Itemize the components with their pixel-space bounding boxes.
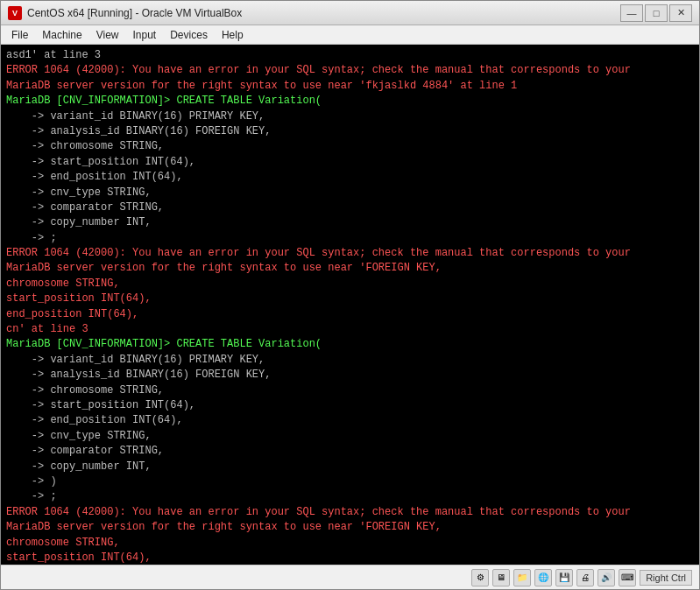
window-controls: — □ ✕ xyxy=(620,4,692,22)
status-icon-8[interactable]: ⌨ xyxy=(619,569,636,586)
terminal-line: start_position INT(64), xyxy=(6,291,694,306)
terminal-line: MariaDB server version for the right syn… xyxy=(6,261,694,276)
status-icon-3[interactable]: 📁 xyxy=(513,569,531,586)
status-icon-7[interactable]: 🔊 xyxy=(597,569,615,586)
menu-view[interactable]: View xyxy=(89,27,126,43)
status-icon-4[interactable]: 🌐 xyxy=(534,569,552,586)
terminal-line: ERROR 1064 (42000): You have an error in… xyxy=(6,246,694,261)
minimize-button[interactable]: — xyxy=(620,4,643,22)
terminal-line: -> chromosome STRING, xyxy=(6,383,694,398)
status-icon-1[interactable]: ⚙ xyxy=(471,569,489,586)
terminal-line: -> chromosome STRING, xyxy=(6,139,694,154)
terminal-output[interactable]: asd1' at line 3ERROR 1064 (42000): You h… xyxy=(1,45,699,565)
terminal-line: ERROR 1064 (42000): You have an error in… xyxy=(6,63,694,78)
status-icon-6[interactable]: 🖨 xyxy=(576,569,594,586)
terminal-line: -> variant_id BINARY(16) PRIMARY KEY, xyxy=(6,109,694,124)
terminal-line: -> analysis_id BINARY(16) FOREIGN KEY, xyxy=(6,368,694,383)
terminal-line: MariaDB [CNV_INFORMATION]> CREATE TABLE … xyxy=(6,94,694,109)
menu-bar: File Machine View Input Devices Help xyxy=(1,25,699,45)
menu-input[interactable]: Input xyxy=(126,27,164,43)
terminal-line: -> variant_id BINARY(16) PRIMARY KEY, xyxy=(6,353,694,368)
terminal-line: cn' at line 3 xyxy=(6,322,694,337)
terminal-line: end_position INT(64), xyxy=(6,307,694,322)
terminal-line: -> end_position INT(64), xyxy=(6,170,694,185)
status-bar: ⚙ 🖥 📁 🌐 💾 🖨 🔊 ⌨ Right Ctrl xyxy=(1,565,699,589)
title-bar: V CentOS x64 [Running] - Oracle VM Virtu… xyxy=(1,1,699,25)
menu-help[interactable]: Help xyxy=(215,27,251,43)
menu-machine[interactable]: Machine xyxy=(35,27,88,43)
terminal-line: -> copy_number INT, xyxy=(6,460,694,474)
terminal-line: asd1' at line 3 xyxy=(6,48,694,63)
status-icon-5[interactable]: 💾 xyxy=(555,569,573,586)
terminal-line: chromosome STRING, xyxy=(6,277,694,291)
menu-file[interactable]: File xyxy=(4,27,35,43)
window-title: CentOS x64 [Running] - Oracle VM Virtual… xyxy=(27,7,620,19)
terminal-line: -> analysis_id BINARY(16) FOREIGN KEY, xyxy=(6,124,694,139)
terminal-line: -> ) xyxy=(6,474,694,489)
terminal-line: chromosome STRING, xyxy=(6,536,694,551)
terminal-line: -> ; xyxy=(6,231,694,246)
terminal-line: MariaDB [CNV_INFORMATION]> CREATE TABLE … xyxy=(6,337,694,352)
close-button[interactable]: ✕ xyxy=(669,4,692,22)
terminal-line: -> ; xyxy=(6,489,694,504)
terminal-line: -> copy_number INT, xyxy=(6,215,694,230)
terminal-line: -> comparator STRING, xyxy=(6,200,694,215)
terminal-line: -> end_position INT(64), xyxy=(6,413,694,428)
terminal-line: MariaDB server version for the right syn… xyxy=(6,79,694,94)
terminal-line: -> start_position INT(64), xyxy=(6,398,694,413)
maximize-button[interactable]: □ xyxy=(645,4,668,22)
status-icon-2[interactable]: 🖥 xyxy=(492,569,510,586)
terminal-line: start_position INT(64), xyxy=(6,551,694,565)
terminal-line: -> start_position INT(64), xyxy=(6,155,694,170)
menu-devices[interactable]: Devices xyxy=(163,27,215,43)
terminal-line: ERROR 1064 (42000): You have an error in… xyxy=(6,505,694,520)
app-icon-letter: V xyxy=(12,9,18,18)
app-icon: V xyxy=(8,6,22,20)
terminal-line: MariaDB server version for the right syn… xyxy=(6,520,694,535)
virtualbox-window: V CentOS x64 [Running] - Oracle VM Virtu… xyxy=(0,0,700,590)
terminal-line: -> comparator STRING, xyxy=(6,444,694,459)
terminal-line: -> cnv_type STRING, xyxy=(6,186,694,200)
terminal-line: -> cnv_type STRING, xyxy=(6,429,694,444)
right-ctrl-label: Right Ctrl xyxy=(640,570,692,586)
